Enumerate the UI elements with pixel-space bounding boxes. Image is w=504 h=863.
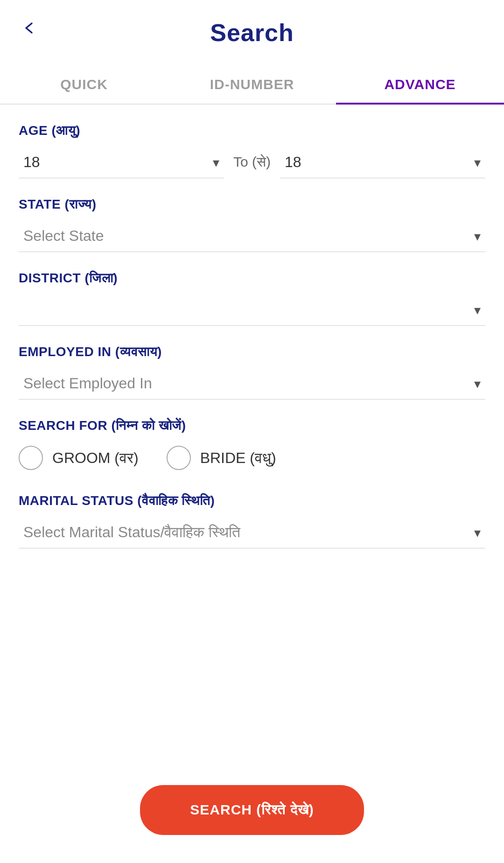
search-for-radio-group: GROOM (वर) BRIDE (वधु) xyxy=(19,441,485,475)
form-content: AGE (आयु) 18 19 20 25 30 35 40 45 50 ▾ T… xyxy=(0,105,504,660)
age-to-wrapper: 18 19 20 25 30 35 40 45 50 ▾ xyxy=(280,146,485,178)
marital-select-wrapper: Select Marital Status/वैवाहिक स्थिति Nev… xyxy=(19,516,485,548)
bride-label: BRIDE (वधु) xyxy=(200,449,276,467)
age-row: 18 19 20 25 30 35 40 45 50 ▾ To (से) 18 … xyxy=(19,146,485,178)
district-select[interactable] xyxy=(19,294,485,326)
search-button-wrapper: SEARCH (रिश्ते देखे) xyxy=(140,785,364,835)
district-label: DISTRICT (जिला) xyxy=(19,271,485,286)
header: Search xyxy=(0,0,504,56)
bride-option[interactable]: BRIDE (वधु) xyxy=(167,446,276,470)
marital-field-group: MARITAL STATUS (वैवाहिक स्थिति) Select M… xyxy=(19,493,485,548)
tab-id-number[interactable]: ID-NUMBER xyxy=(168,65,336,104)
groom-radio-button[interactable] xyxy=(19,446,43,470)
employed-field-group: EMPLOYED IN (व्यवसाय) Select Employed In… xyxy=(19,344,485,400)
search-for-label: SEARCH FOR (निम्न को खोजें) xyxy=(19,418,485,434)
employed-select[interactable]: Select Employed In Government Private Se… xyxy=(19,367,485,400)
state-field-group: STATE (राज्य) Select State Andhra Prades… xyxy=(19,197,485,252)
age-to-select[interactable]: 18 19 20 25 30 35 40 45 50 xyxy=(280,146,485,178)
tab-advance[interactable]: ADVANCE xyxy=(336,65,504,104)
bride-radio-button[interactable] xyxy=(167,446,191,470)
state-select[interactable]: Select State Andhra Pradesh Maharashtra … xyxy=(19,220,485,252)
page-title: Search xyxy=(210,19,294,47)
employed-select-wrapper: Select Employed In Government Private Se… xyxy=(19,367,485,400)
back-button[interactable] xyxy=(19,18,39,38)
state-select-wrapper: Select State Andhra Pradesh Maharashtra … xyxy=(19,220,485,252)
marital-label: MARITAL STATUS (वैवाहिक स्थिति) xyxy=(19,493,485,509)
tab-bar: QUICK ID-NUMBER ADVANCE xyxy=(0,65,504,105)
back-icon xyxy=(22,21,35,35)
district-field-group: DISTRICT (जिला) ▾ xyxy=(19,271,485,326)
search-submit-button[interactable]: SEARCH (रिश्ते देखे) xyxy=(140,785,364,835)
age-label: AGE (आयु) xyxy=(19,123,485,139)
employed-label: EMPLOYED IN (व्यवसाय) xyxy=(19,344,485,360)
age-from-wrapper: 18 19 20 25 30 35 40 45 50 ▾ xyxy=(19,146,224,178)
groom-option[interactable]: GROOM (वर) xyxy=(19,446,139,470)
state-label: STATE (राज्य) xyxy=(19,197,485,212)
marital-select[interactable]: Select Marital Status/वैवाहिक स्थिति Nev… xyxy=(19,516,485,548)
age-field-group: AGE (आयु) 18 19 20 25 30 35 40 45 50 ▾ T… xyxy=(19,123,485,178)
district-select-wrapper: ▾ xyxy=(19,294,485,326)
groom-label: GROOM (वर) xyxy=(52,449,139,467)
tab-quick[interactable]: QUICK xyxy=(0,65,168,104)
age-from-select[interactable]: 18 19 20 25 30 35 40 45 50 xyxy=(19,146,224,178)
search-for-field-group: SEARCH FOR (निम्न को खोजें) GROOM (वर) B… xyxy=(19,418,485,475)
age-to-label: To (से) xyxy=(233,154,271,170)
